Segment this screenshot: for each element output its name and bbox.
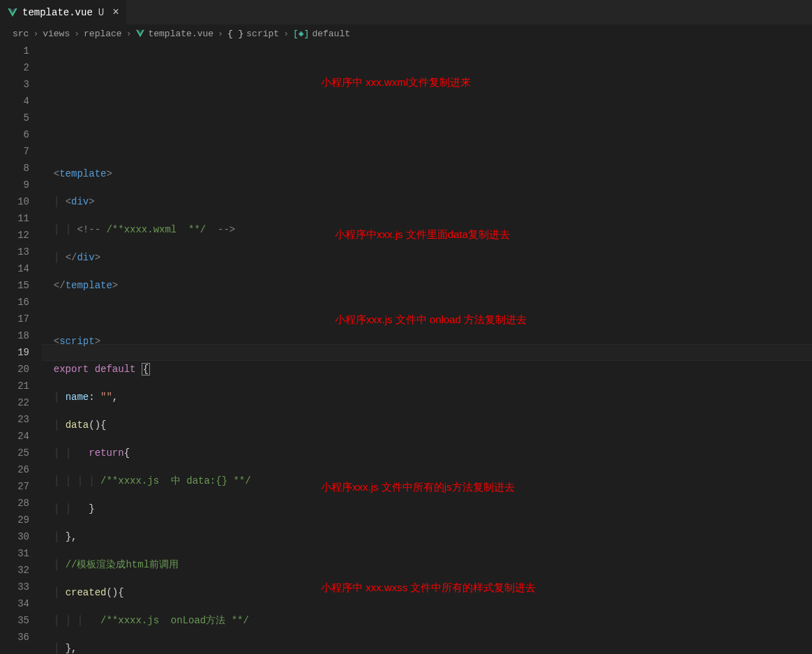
code-line[interactable]: <script> xyxy=(42,333,812,350)
line-number: 4 xyxy=(0,93,29,110)
line-number: 36 xyxy=(0,629,29,646)
code-line[interactable]: │ name: "", xyxy=(42,389,812,406)
editor-area[interactable]: 1234567891011121314151617181920212223242… xyxy=(0,43,812,654)
line-number: 9 xyxy=(0,177,29,193)
close-icon[interactable]: × xyxy=(112,7,119,18)
line-number: 8 xyxy=(0,160,29,177)
breadcrumb-views[interactable]: views xyxy=(43,29,70,39)
line-number: 13 xyxy=(0,244,29,260)
code-line[interactable]: │ }, xyxy=(42,528,812,545)
line-number: 5 xyxy=(0,110,29,126)
line-number: 19 xyxy=(0,344,29,361)
line-number: 35 xyxy=(0,612,29,629)
line-number: 33 xyxy=(0,579,29,595)
line-number: 20 xyxy=(0,361,29,378)
tab-modified-indicator: U xyxy=(98,7,104,18)
line-number: 14 xyxy=(0,260,29,277)
breadcrumb: src › views › replace › template.vue › {… xyxy=(0,24,812,43)
code-line[interactable] xyxy=(42,305,812,322)
chevron-right-icon: › xyxy=(74,29,80,39)
vue-file-icon xyxy=(135,29,145,38)
braces-icon: { } xyxy=(227,29,243,39)
code-line[interactable]: │ │ │ │ /**xxxx.js 中 data:{} **/ xyxy=(42,473,812,489)
line-number: 26 xyxy=(0,461,29,478)
line-number: 30 xyxy=(0,528,29,545)
code-line[interactable]: │ <div> xyxy=(42,193,812,210)
line-number: 24 xyxy=(0,428,29,445)
line-number: 10 xyxy=(0,193,29,210)
line-number: 22 xyxy=(0,394,29,411)
line-number: 23 xyxy=(0,411,29,428)
line-number: 34 xyxy=(0,595,29,612)
line-number: 2 xyxy=(0,59,29,76)
tab-filename: template.vue xyxy=(22,7,93,18)
code-line[interactable]: <template> xyxy=(42,165,812,182)
line-number: 28 xyxy=(0,495,29,512)
breadcrumb-default-label: default xyxy=(312,29,350,39)
module-icon: [◈] xyxy=(293,28,309,39)
line-number: 12 xyxy=(0,227,29,244)
chevron-right-icon: › xyxy=(126,29,132,39)
code-line[interactable]: │ created(){ xyxy=(42,584,812,601)
line-number: 31 xyxy=(0,545,29,562)
breadcrumb-script[interactable]: { } script xyxy=(227,29,279,39)
line-number: 16 xyxy=(0,294,29,311)
chevron-right-icon: › xyxy=(218,29,223,39)
code-content[interactable]: 小程序中 xxx.wxml文件复制进来 小程序中xxx.js 文件里面data复… xyxy=(42,43,812,654)
line-number: 18 xyxy=(0,327,29,344)
breadcrumb-script-label: script xyxy=(246,29,279,39)
breadcrumb-replace[interactable]: replace xyxy=(84,29,122,39)
code-line[interactable]: </template> xyxy=(42,277,812,294)
line-number: 3 xyxy=(0,76,29,93)
line-number: 6 xyxy=(0,126,29,143)
breadcrumb-file-label: template.vue xyxy=(148,29,213,39)
breadcrumb-src[interactable]: src xyxy=(13,29,29,39)
breadcrumb-default[interactable]: [◈] default xyxy=(293,28,350,39)
code-line[interactable]: │ data(){ xyxy=(42,417,812,433)
line-number: 32 xyxy=(0,562,29,579)
code-line[interactable]: │ }, xyxy=(42,640,812,654)
code-line[interactable]: export default { xyxy=(42,361,812,378)
tab-bar: template.vue U × xyxy=(0,0,812,24)
tab-template-vue[interactable]: template.vue U × xyxy=(0,0,127,24)
line-number: 21 xyxy=(0,378,29,394)
chevron-right-icon: › xyxy=(33,29,38,39)
breadcrumb-file[interactable]: template.vue xyxy=(135,29,213,39)
chevron-right-icon: › xyxy=(283,29,289,39)
line-number: 11 xyxy=(0,210,29,227)
line-number: 29 xyxy=(0,512,29,528)
code-line[interactable]: │ │ <!-- /**xxxx.wxml **/ --> xyxy=(42,221,812,238)
line-number: 1 xyxy=(0,43,29,59)
line-number: 25 xyxy=(0,445,29,461)
code-line[interactable]: │ │ } xyxy=(42,500,812,517)
code-line[interactable]: │ //模板渲染成html前调用 xyxy=(42,556,812,573)
annotation-wxml: 小程序中 xxx.wxml文件复制进来 xyxy=(321,76,471,89)
line-number: 7 xyxy=(0,143,29,160)
line-number-gutter: 1234567891011121314151617181920212223242… xyxy=(0,43,42,654)
vue-file-icon xyxy=(7,7,18,18)
code-line[interactable]: │ │ │ /**xxxx.js onLoad方法 **/ xyxy=(42,612,812,629)
line-number: 15 xyxy=(0,277,29,294)
code-line[interactable]: │ </div> xyxy=(42,249,812,266)
code-line[interactable]: │ │ return{ xyxy=(42,445,812,461)
line-number: 17 xyxy=(0,311,29,327)
line-number: 27 xyxy=(0,478,29,495)
